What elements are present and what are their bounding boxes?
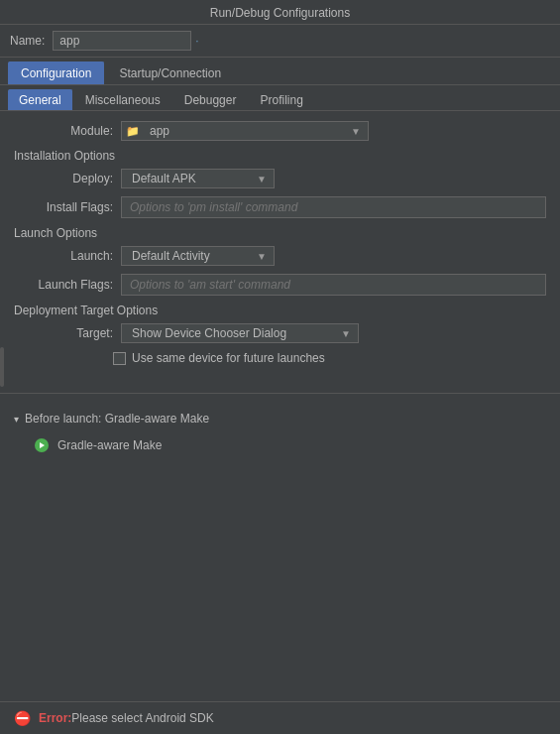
module-dropdown[interactable]: 📁 app ▼ (121, 121, 369, 141)
error-message: Please select Android SDK (71, 711, 213, 725)
before-launch-section: ▾ Before launch: Gradle-aware Make Gradl… (0, 404, 560, 465)
sub-tabs: General Miscellaneous Debugger Profiling (0, 85, 560, 111)
launch-flags-row: Launch Flags: (14, 274, 546, 296)
title-text: Run/Debug Configurations (210, 6, 350, 20)
target-label: Target: (24, 326, 113, 340)
target-dropdown-arrow: ▼ (338, 328, 354, 339)
install-flags-input[interactable] (121, 196, 546, 218)
configuration-content: Module: 📁 app ▼ Installation Options Dep… (0, 111, 560, 383)
resize-handle[interactable] (0, 347, 4, 387)
deploy-dropdown-value: Default APK (126, 172, 254, 185)
gradle-item[interactable]: Gradle-aware Make (14, 433, 546, 457)
divider (0, 393, 560, 394)
deploy-label: Deploy: (24, 172, 113, 185)
tab-miscellaneous[interactable]: Miscellaneous (74, 89, 171, 110)
installation-options-header: Installation Options (14, 149, 546, 163)
module-row: Module: 📁 app ▼ (14, 121, 546, 141)
tab-general[interactable]: General (8, 89, 72, 110)
install-flags-row: Install Flags: (14, 196, 546, 218)
title-bar: Run/Debug Configurations (0, 0, 560, 25)
error-icon: ⛔ (14, 710, 31, 726)
gradle-icon (34, 437, 50, 453)
tab-configuration[interactable]: Configuration (8, 61, 104, 84)
launch-row: Launch: Default Activity ▼ (14, 246, 546, 266)
deploy-dropdown[interactable]: Default APK ▼ (121, 169, 275, 188)
module-dropdown-arrow: ▼ (348, 126, 364, 137)
error-bar: ⛔ Error: Please select Android SDK (0, 701, 560, 734)
module-folder-icon: 📁 (126, 125, 140, 138)
launch-options-header: Launch Options (14, 226, 546, 240)
target-row: Target: Show Device Chooser Dialog ▼ (14, 323, 546, 343)
module-label: Module: (24, 124, 113, 138)
deploy-row: Deploy: Default APK ▼ (14, 169, 546, 188)
tab-startup-connection[interactable]: Startup/Connection (106, 61, 234, 84)
launch-label: Launch: (24, 249, 113, 263)
before-launch-title: Before launch: Gradle-aware Make (25, 412, 209, 426)
name-dot: · (195, 34, 198, 48)
target-dropdown[interactable]: Show Device Chooser Dialog ▼ (121, 323, 359, 343)
tab-debugger[interactable]: Debugger (173, 89, 248, 110)
before-launch-header[interactable]: ▾ Before launch: Gradle-aware Make (14, 412, 546, 426)
same-device-label: Use same device for future launches (132, 351, 325, 365)
launch-flags-label: Launch Flags: (24, 278, 113, 292)
name-row: Name: · (0, 25, 560, 58)
main-tabs: Configuration Startup/Connection (0, 58, 560, 85)
tab-profiling[interactable]: Profiling (249, 89, 313, 110)
target-dropdown-value: Show Device Chooser Dialog (126, 326, 338, 340)
name-input[interactable] (53, 31, 191, 51)
deploy-dropdown-arrow: ▼ (254, 174, 270, 184)
launch-dropdown-value: Default Activity (126, 249, 254, 263)
gradle-label: Gradle-aware Make (57, 438, 162, 452)
install-flags-label: Install Flags: (24, 200, 113, 214)
launch-dropdown-arrow: ▼ (254, 251, 270, 262)
deployment-target-options-header: Deployment Target Options (14, 304, 546, 317)
launch-flags-input[interactable] (121, 274, 546, 296)
before-launch-triangle-icon: ▾ (14, 414, 19, 425)
same-device-checkbox[interactable] (113, 352, 126, 365)
error-prefix: Error: (39, 711, 71, 725)
launch-dropdown[interactable]: Default Activity ▼ (121, 246, 275, 266)
same-device-row: Use same device for future launches (14, 351, 546, 365)
name-label: Name: (10, 34, 45, 48)
gradle-play-icon (35, 438, 49, 452)
module-dropdown-value: app (144, 124, 348, 138)
